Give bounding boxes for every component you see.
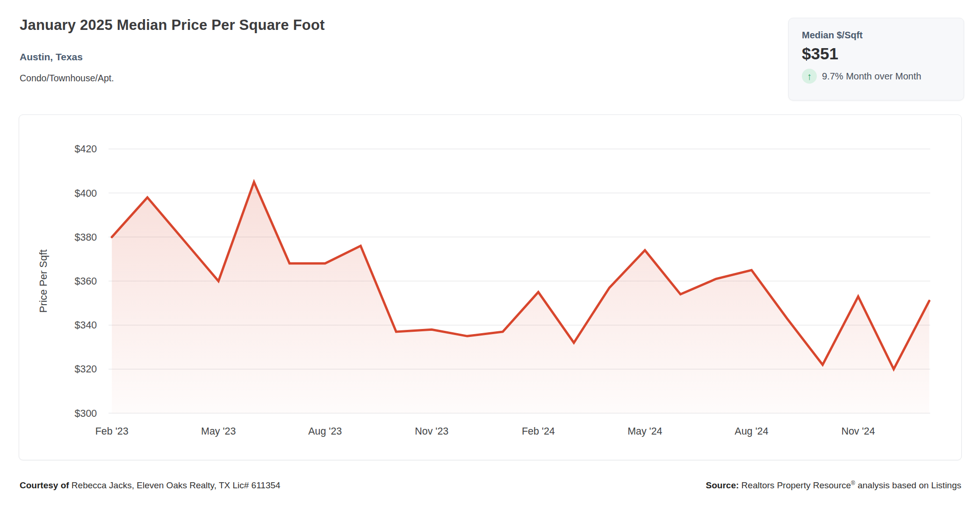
- report-page: January 2025 Median Price Per Square Foo…: [0, 0, 980, 514]
- y-tick-label: $400: [75, 188, 97, 199]
- x-tick-label: Aug '24: [735, 426, 768, 437]
- page-title: January 2025 Median Price Per Square Foo…: [20, 17, 325, 34]
- arrow-up-icon: ↑: [802, 69, 817, 84]
- source-note: Source: Realtors Property Resource® anal…: [706, 480, 961, 491]
- chart-area-fill: [112, 182, 929, 413]
- x-tick-label: May '23: [201, 426, 236, 437]
- price-per-sqft-area-chart: $300$320$340$360$380$400$420Feb '23May '…: [19, 115, 961, 460]
- stat-card-label: Median $/Sqft: [802, 30, 951, 41]
- courtesy-label: Courtesy of: [20, 480, 69, 490]
- page-subtitle-property-type: Condo/Townhouse/Apt.: [20, 73, 114, 84]
- courtesy-note: Courtesy of Rebecca Jacks, Eleven Oaks R…: [20, 480, 281, 491]
- y-tick-label: $320: [75, 364, 97, 375]
- x-tick-label: Nov '24: [841, 426, 875, 437]
- price-per-sqft-chart-panel: $300$320$340$360$380$400$420Feb '23May '…: [19, 114, 962, 460]
- x-tick-label: Feb '23: [95, 426, 129, 437]
- source-text: Realtors Property Resource: [739, 480, 851, 490]
- x-tick-label: May '24: [627, 426, 662, 437]
- courtesy-text: Rebecca Jacks, Eleven Oaks Realty, TX Li…: [69, 480, 281, 490]
- page-subtitle-location: Austin, Texas: [20, 51, 83, 63]
- registered-trademark-symbol: ®: [851, 480, 855, 486]
- stat-card-value: $351: [802, 44, 951, 63]
- x-tick-label: Feb '24: [522, 426, 555, 437]
- stat-trend-row: ↑ 9.7% Month over Month: [802, 69, 951, 84]
- median-price-stat-card: Median $/Sqft $351 ↑ 9.7% Month over Mon…: [788, 18, 964, 100]
- x-tick-label: Nov '23: [415, 426, 448, 437]
- source-label: Source:: [706, 480, 739, 490]
- y-tick-label: $420: [75, 143, 97, 155]
- y-tick-label: $300: [75, 408, 97, 419]
- y-axis-title: Price Per Sqft: [37, 250, 49, 313]
- y-tick-label: $340: [75, 320, 97, 331]
- source-text-suffix: analysis based on Listings: [855, 480, 961, 490]
- y-tick-label: $360: [75, 276, 97, 287]
- stat-trend-text: 9.7% Month over Month: [822, 71, 921, 82]
- y-tick-label: $380: [75, 232, 97, 243]
- x-tick-label: Aug '23: [308, 426, 342, 437]
